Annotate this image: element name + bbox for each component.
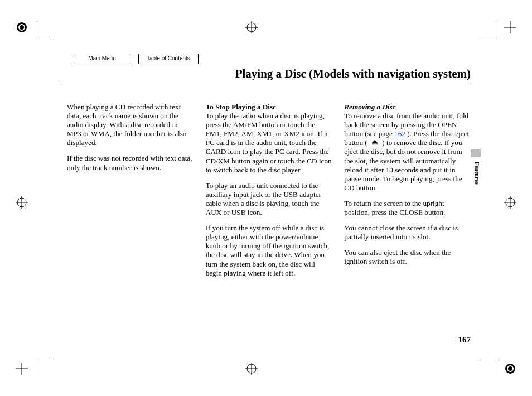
print-mark-icon (16, 363, 28, 375)
eject-icon (369, 138, 380, 147)
column-3: Removing a Disc To remove a disc from th… (344, 103, 471, 284)
page-title: Playing a Disc (Models with navigation s… (235, 67, 471, 81)
svg-marker-22 (372, 140, 378, 143)
print-mark-icon (504, 196, 516, 209)
nav-buttons: Main Menu Table of Contents (74, 54, 199, 64)
print-mark-icon (504, 21, 516, 33)
svg-point-21 (508, 366, 512, 371)
print-mark-icon (245, 21, 258, 33)
body-text: You can also eject the disc when the ign… (344, 248, 471, 266)
print-mark-icon (16, 196, 28, 209)
body-columns: When playing a CD recorded with text dat… (67, 103, 471, 284)
body-text: To play the radio when a disc is playing… (206, 112, 332, 174)
column-1: When playing a CD recorded with text dat… (67, 103, 194, 284)
body-text: To play an audio unit connected to the a… (206, 181, 332, 217)
title-rule (61, 84, 471, 84)
body-text: You cannot close the screen if a disc is… (344, 224, 471, 242)
main-menu-button[interactable]: Main Menu (74, 54, 130, 64)
section-tab (471, 149, 481, 157)
body-text: Removing a Disc To remove a disc from th… (344, 103, 471, 192)
body-text: To return the screen to the upright posi… (344, 199, 471, 217)
page-link[interactable]: 162 (394, 129, 405, 138)
table-of-contents-button[interactable]: Table of Contents (138, 54, 199, 64)
section-heading: To Stop Playing a Disc (206, 103, 276, 111)
print-mark-icon (16, 21, 28, 33)
body-text: If the disc was not recorded with text d… (67, 154, 194, 172)
svg-rect-23 (372, 144, 378, 145)
body-text: To Stop Playing a Disc To play the radio… (206, 103, 332, 175)
print-mark-icon (504, 363, 516, 375)
svg-point-2 (20, 25, 24, 30)
print-mark-icon (245, 363, 258, 375)
column-2: To Stop Playing a Disc To play the radio… (206, 103, 332, 284)
section-tab-label: Features (473, 162, 481, 185)
body-text: When playing a CD recorded with text dat… (67, 103, 194, 147)
page-number: 167 (458, 335, 471, 345)
body-text: If you turn the system off while a disc … (206, 224, 332, 278)
section-heading: Removing a Disc (344, 103, 395, 111)
